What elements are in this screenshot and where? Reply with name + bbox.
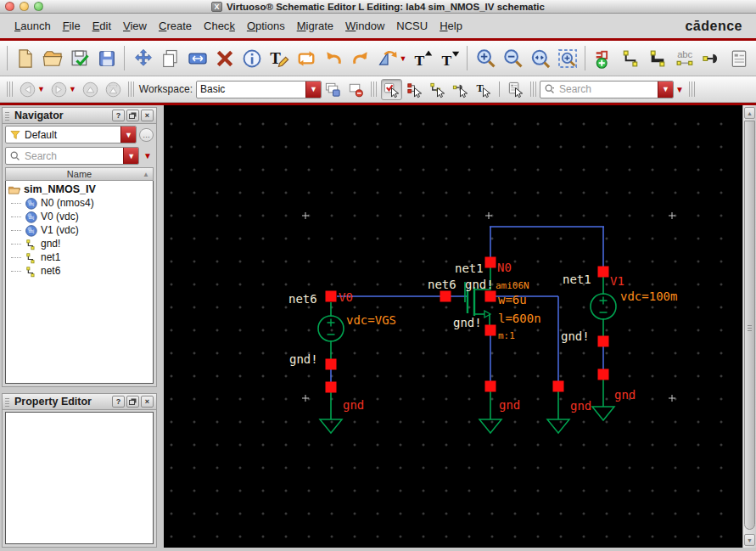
pin-button[interactable] (699, 46, 725, 71)
menu-edit[interactable]: Edit (87, 17, 117, 35)
menu-migrate[interactable]: Migrate (291, 17, 339, 35)
tree-item-sim-nmos-iv[interactable]: sim_NMOS_IV (8, 183, 153, 196)
stretch-button[interactable] (185, 46, 210, 71)
delete-button[interactable] (212, 46, 238, 71)
close-panel-button[interactable]: × (141, 110, 154, 121)
selection-handle[interactable] (485, 381, 496, 392)
selection-handle[interactable] (326, 359, 337, 370)
zoom-in-button[interactable] (473, 46, 499, 71)
info-button[interactable] (239, 46, 265, 71)
zoom-selected-button[interactable] (555, 46, 580, 71)
tree-item-n0-nmos4-[interactable]: objN0 (nmos4) (8, 196, 153, 210)
copy-button[interactable] (158, 46, 183, 71)
text-edit-button[interactable]: T (266, 46, 292, 71)
select-pin-button[interactable] (450, 79, 471, 100)
text-descend-button[interactable]: T (437, 46, 462, 71)
help-button[interactable]: ? (112, 396, 125, 408)
filter-more-button[interactable]: … (139, 128, 154, 142)
toolbar-grip[interactable] (7, 46, 8, 70)
up-button[interactable] (80, 79, 101, 100)
repeat-button[interactable] (294, 46, 319, 71)
property-editor-body[interactable] (5, 412, 154, 544)
menu-launch[interactable]: Launch (8, 17, 57, 35)
label-button[interactable]: abc (672, 46, 697, 71)
menu-ncsu[interactable]: NCSU (390, 17, 434, 35)
navigator-filter-combobox[interactable]: Default ▼ (5, 126, 137, 143)
wide-wire-button[interactable] (645, 46, 670, 71)
schematic-canvas[interactable]: net6V0vdc=VGSgnd!gndnet1N0net6gnd!ami06N… (164, 105, 742, 548)
menu-help[interactable]: Help (434, 17, 468, 35)
dropdown-caret-icon[interactable]: ▼ (37, 85, 45, 93)
toolbar-grip[interactable] (371, 82, 377, 97)
float-panel-button[interactable] (126, 396, 139, 408)
undo-button[interactable] (321, 46, 346, 71)
selection-handle[interactable] (440, 291, 451, 302)
save-check-button[interactable] (67, 46, 92, 71)
close-panel-button[interactable]: × (141, 396, 154, 408)
tree-item-gnd-[interactable]: gnd! (8, 237, 153, 250)
toolbar-grip[interactable] (7, 82, 13, 97)
back-button[interactable]: ▼ (17, 79, 47, 100)
selection-handle[interactable] (598, 369, 609, 380)
selection-handle[interactable] (326, 291, 337, 302)
zoom-out-button[interactable] (501, 46, 526, 71)
ground-symbol[interactable] (479, 419, 501, 433)
help-button[interactable]: ? (112, 110, 125, 121)
menu-window[interactable]: Window (339, 17, 390, 35)
select-instance-button[interactable] (404, 79, 425, 100)
dock-splitter[interactable] (157, 105, 164, 548)
ground-symbol[interactable] (320, 419, 342, 433)
menu-view[interactable]: View (117, 17, 153, 35)
property-editor-titlebar[interactable]: Property Editor ? × (3, 394, 156, 410)
dropdown-caret-icon[interactable]: ▼ (400, 54, 407, 63)
redo-button[interactable] (348, 46, 373, 71)
zoom-fit-button[interactable] (528, 46, 553, 71)
vertical-scrollbar[interactable]: ▲ ▼ (742, 105, 756, 548)
toolbar-grip[interactable] (530, 82, 536, 97)
save-button[interactable] (94, 46, 120, 71)
delete-workspace-button[interactable] (345, 79, 367, 100)
open-button[interactable] (40, 46, 65, 71)
search-options-caret[interactable]: ▼ (674, 85, 686, 94)
menu-check[interactable]: Check (198, 17, 241, 35)
menu-options[interactable]: Options (241, 17, 291, 35)
toolbar-grip[interactable] (128, 82, 134, 97)
select-label-button[interactable]: T (473, 79, 494, 100)
scrollbar-thumb[interactable] (744, 121, 755, 530)
selection-handle[interactable] (598, 267, 609, 278)
rotate-button[interactable]: ▼ (375, 46, 409, 71)
wire-button[interactable] (618, 46, 643, 71)
toolbar-grip[interactable] (689, 82, 695, 97)
note-button[interactable] (726, 46, 752, 71)
add-instance-button[interactable] (591, 46, 616, 71)
navigator-search-dropdown[interactable]: ▼ (123, 148, 138, 164)
navigator-titlebar[interactable]: Navigator ? × (3, 108, 156, 124)
tree-item-net6[interactable]: net6 (8, 264, 153, 278)
toolbar-search-box[interactable]: Search ▼ (540, 81, 674, 98)
selection-handle[interactable] (553, 381, 564, 392)
navigator-search-caret[interactable]: ▼ (142, 151, 154, 160)
scroll-down-button[interactable]: ▼ (744, 534, 755, 546)
menu-file[interactable]: File (57, 17, 87, 35)
move-button[interactable] (131, 46, 156, 71)
selection-handle[interactable] (326, 382, 337, 393)
selection-handle[interactable] (485, 291, 496, 302)
tree-item-v1-vdc-[interactable]: objV1 (vdc) (8, 223, 153, 237)
workspace-dropdown-button[interactable]: ▼ (305, 82, 321, 98)
dropdown-caret-icon[interactable]: ▼ (69, 85, 76, 93)
selection-handle[interactable] (485, 257, 496, 268)
new-file-button[interactable] (13, 46, 38, 71)
forward-button[interactable]: ▼ (48, 79, 78, 100)
select-wire-button[interactable] (427, 79, 448, 100)
selection-handle[interactable] (598, 336, 609, 347)
search-dropdown-button[interactable]: ▼ (658, 82, 673, 98)
menu-create[interactable]: Create (153, 17, 198, 35)
tree-item-v0-vdc-[interactable]: objV0 (vdc) (8, 210, 153, 223)
save-workspace-button[interactable] (322, 79, 344, 100)
navigator-search-box[interactable]: Search ▼ (5, 147, 139, 165)
tree-column-header[interactable]: Name ▲ (5, 167, 154, 181)
panel-grip[interactable] (5, 110, 9, 121)
toolbar-grip[interactable] (124, 46, 126, 70)
select-all-button[interactable] (381, 79, 402, 100)
top-button[interactable] (103, 79, 124, 100)
